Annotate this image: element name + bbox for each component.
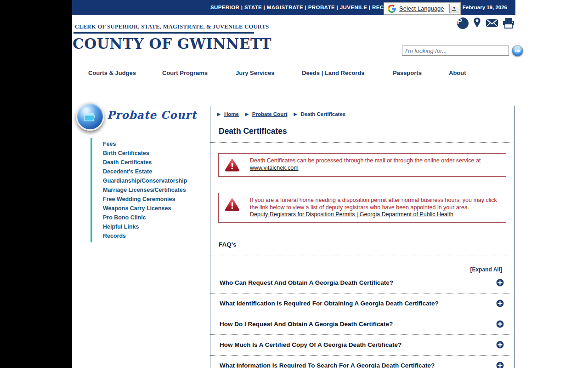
nav-passports[interactable]: Passports — [393, 69, 422, 76]
breadcrumb: ▶ Home ▶ Probate Court ▶ Death Certifica… — [210, 106, 514, 117]
alert-vitalchek: Death Certificates can be processed thro… — [218, 153, 506, 177]
faq-item-how-do-i-request[interactable]: How Do I Request And Obtain A Georgia De… — [210, 314, 514, 335]
breadcrumb-home[interactable]: Home — [224, 111, 239, 117]
faq-question: Who Can Request And Obtain A Georgia Dea… — [220, 279, 393, 286]
probate-court-logo — [76, 102, 104, 131]
sidebar-item-guardianship[interactable]: Guardianship/Conservatorship — [103, 176, 187, 185]
courts-links[interactable]: SUPERIOR | STATE | MAGISTRATE | PROBATE … — [210, 5, 409, 10]
sidebar-item-decedents-estate[interactable]: Decedent's Estate — [103, 167, 187, 176]
print-icon[interactable] — [503, 17, 514, 29]
main-content-panel: ▶ Home ▶ Probate Court ▶ Death Certifica… — [210, 106, 514, 368]
select-language-link[interactable]: Select Language — [399, 5, 444, 12]
breadcrumb-current: Death Certificates — [300, 111, 345, 117]
divider — [210, 142, 514, 143]
nav-about[interactable]: About — [449, 69, 466, 76]
faq-item-how-much[interactable]: How Much Is A Certified Copy Of A Georgi… — [210, 335, 514, 356]
expand-all-link[interactable]: [Expand All] — [470, 266, 502, 273]
sidebar-item-marriage-licenses[interactable]: Marriage Licenses/Certificates — [103, 185, 187, 195]
faq-question: What Identification Is Required For Obta… — [220, 300, 439, 307]
plus-circle-icon[interactable] — [496, 320, 504, 328]
google-g-icon — [388, 5, 396, 13]
sidebar-item-records[interactable]: Records — [103, 231, 187, 241]
page-title: Death Certificates — [219, 126, 514, 136]
nav-court-programs[interactable]: Court Programs — [162, 69, 208, 76]
folder-icon — [82, 108, 98, 125]
search-go-button[interactable]: Go — [512, 45, 523, 57]
alert-text: Death Certificates can be processed thro… — [250, 157, 481, 164]
sidebar-item-death-certificates[interactable]: Death Certificates — [103, 158, 187, 167]
nav-courts-judges[interactable]: Courts & Judges — [88, 69, 136, 76]
breadcrumb-arrow-icon: ▶ — [217, 112, 220, 116]
probate-court-logo-text: Probate Court — [107, 109, 197, 121]
language-dropdown-button[interactable]: ▼ — [449, 4, 459, 13]
site-title: COUNTY OF GWINNETT — [73, 35, 271, 52]
faq-item-information-required-to-search[interactable]: What Information Is Required To Search F… — [210, 356, 514, 368]
sidebar-item-helpful-links[interactable]: Helpful Links — [103, 222, 187, 231]
page: SUPERIOR | STATE | MAGISTRATE | PROBATE … — [72, 0, 588, 368]
plus-circle-icon[interactable] — [496, 362, 504, 368]
faq-question: What Information Is Required To Search F… — [220, 362, 435, 368]
mail-icon[interactable] — [486, 18, 498, 28]
parking-icon[interactable]: P — [457, 17, 469, 29]
plus-circle-icon[interactable] — [496, 341, 504, 349]
chevron-down-icon: ▼ — [452, 6, 456, 10]
deputy-registrars-link[interactable]: Deputy Registrars for Disposition Permit… — [250, 211, 500, 218]
breadcrumb-arrow-icon: ▶ — [245, 112, 249, 116]
alert-disposition-permit: If you are a funeral home needing a disp… — [218, 193, 506, 223]
breadcrumb-probate-court[interactable]: Probate Court — [252, 111, 288, 117]
faq-heading: FAQ's — [219, 241, 514, 248]
location-pin-icon[interactable] — [473, 17, 481, 29]
faq-item-who-can-request[interactable]: Who Can Request And Obtain A Georgia Dea… — [210, 273, 514, 293]
sidebar-navigation: Fees Birth Certificates Death Certificat… — [90, 138, 187, 242]
dropdown-underline — [452, 10, 456, 11]
sidebar-item-birth-certificates[interactable]: Birth Certificates — [103, 149, 187, 158]
sidebar-item-pro-bono[interactable]: Pro Bono Clinic — [103, 213, 187, 222]
google-translate-widget[interactable]: Select Language ▼ — [384, 2, 461, 15]
faq-item-identification-required[interactable]: What Identification Is Required For Obta… — [210, 293, 514, 314]
sidebar-item-fees[interactable]: Fees — [103, 139, 187, 149]
vitalchek-link[interactable]: www.vitalchek.com — [250, 165, 299, 171]
sidebar-item-weapons-carry[interactable]: Weapons Carry Licenses — [103, 204, 187, 213]
breadcrumb-arrow-icon: ▶ — [294, 112, 297, 116]
plus-circle-icon[interactable] — [496, 279, 504, 287]
sidebar-item-free-wedding[interactable]: Free Wedding Ceremonies — [103, 195, 187, 204]
warning-triangle-icon — [225, 198, 240, 212]
clerk-tagline: CLERK OF SUPERIOR, STATE, MAGISTRATE, & … — [75, 23, 269, 30]
header-quick-icons: P — [457, 17, 514, 29]
plus-circle-icon[interactable] — [496, 299, 504, 307]
nav-jury-services[interactable]: Jury Services — [236, 69, 275, 76]
alert-text: If you are a funeral home needing a disp… — [250, 197, 497, 211]
tagline-rule — [74, 32, 254, 34]
faq-question: How Much Is A Certified Copy Of A Georgi… — [220, 341, 401, 348]
faq-question: How Do I Request And Obtain A Georgia De… — [220, 321, 393, 328]
expand-all-row: [Expand All] — [210, 255, 514, 273]
nav-deeds-land-records[interactable]: Deeds | Land Records — [302, 69, 365, 76]
search-input[interactable] — [402, 46, 509, 56]
warning-triangle-icon — [225, 158, 240, 172]
translate-separator — [448, 4, 448, 13]
